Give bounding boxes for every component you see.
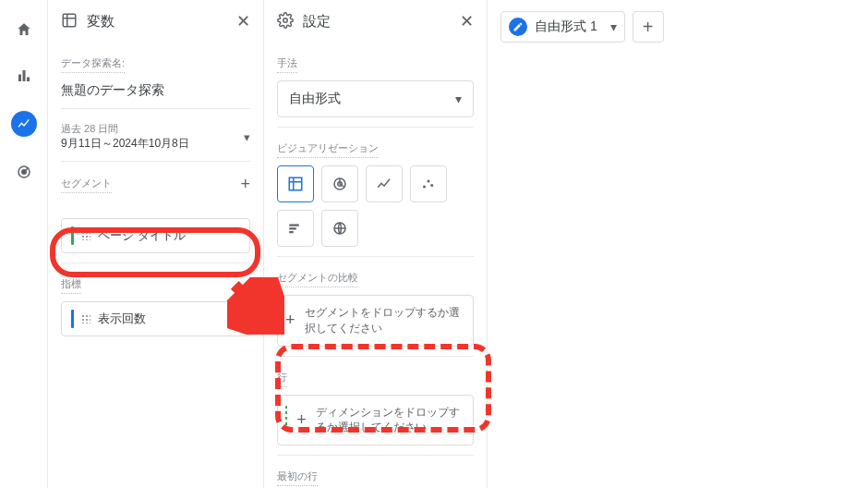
viz-line-icon[interactable] — [366, 165, 403, 202]
date-range-picker[interactable]: 過去 28 日間 9月11日～2024年10月8日 ▾ — [61, 108, 250, 161]
segment-compare-label: セグメントの比較 — [277, 271, 358, 287]
exploration-name[interactable]: 無題のデータ探索 — [61, 82, 250, 99]
drag-handle-icon — [81, 314, 90, 323]
metric-chip-views[interactable]: 表示回数 — [61, 301, 250, 336]
svg-rect-2 — [27, 78, 30, 82]
drag-handle-icon — [81, 231, 90, 240]
method-label: 手法 — [277, 56, 297, 73]
tab-label: 自由形式 1 — [535, 18, 597, 35]
plus-icon: + — [296, 409, 307, 432]
plus-icon: + — [285, 309, 295, 332]
metrics-label: 指標 — [61, 277, 81, 294]
svg-rect-5 — [63, 14, 76, 27]
svg-rect-1 — [22, 70, 25, 81]
edit-icon — [509, 18, 527, 36]
exploration-name-label: データ探索名: — [61, 56, 125, 73]
viz-bar-icon[interactable] — [277, 210, 314, 247]
segment-drop-zone[interactable]: + セグメントをドロップするか選択してください — [277, 295, 474, 347]
segment-drop-text: セグメントをドロップするか選択してください — [305, 305, 464, 336]
add-segment-button[interactable]: + — [240, 175, 250, 194]
close-icon[interactable]: ✕ — [460, 11, 474, 31]
svg-point-6 — [283, 18, 288, 22]
canvas-area: 自由形式 1 ▾ + — [488, 0, 868, 488]
visualization-label: ビジュアリゼーション — [277, 141, 379, 158]
dimension-chip-page-title[interactable]: ページ タイトル — [61, 218, 250, 253]
svg-rect-14 — [289, 227, 296, 229]
advertising-icon[interactable] — [13, 161, 35, 183]
date-range-text: 9月11日～2024年10月8日 — [61, 136, 236, 152]
viz-donut-icon[interactable] — [321, 165, 358, 202]
variables-panel: 変数 ✕ データ探索名: 無題のデータ探索 過去 28 日間 9月11日～202… — [48, 0, 264, 488]
method-select[interactable]: 自由形式 ▾ — [277, 80, 474, 117]
chevron-down-icon: ▾ — [244, 130, 250, 144]
tab-freeform-1[interactable]: 自由形式 1 ▾ — [500, 11, 625, 43]
gear-icon — [277, 12, 294, 31]
variables-title: 変数 — [87, 13, 227, 30]
home-icon[interactable] — [13, 18, 35, 41]
settings-panel: 設定 ✕ 手法 自由形式 ▾ ビジュアリゼーション — [264, 0, 488, 488]
reports-icon[interactable] — [13, 65, 35, 87]
metric-chip-label: 表示回数 — [98, 311, 146, 327]
svg-point-11 — [428, 180, 430, 183]
explore-icon[interactable] — [11, 111, 37, 137]
svg-point-12 — [430, 184, 433, 187]
method-value: 自由形式 — [289, 91, 341, 107]
add-tab-button[interactable]: + — [633, 11, 664, 43]
viz-scatter-icon[interactable] — [410, 165, 447, 202]
chevron-down-icon: ▾ — [455, 92, 462, 106]
segments-label: セグメント — [61, 177, 112, 193]
svg-rect-0 — [18, 75, 21, 82]
svg-rect-13 — [289, 225, 299, 226]
viz-table-icon[interactable] — [277, 165, 314, 202]
settings-title: 設定 — [303, 13, 451, 30]
nav-rail — [0, 0, 48, 488]
svg-point-10 — [423, 186, 426, 189]
dimension-drop-text: ディメンションをドロップするか選択してください — [316, 405, 464, 436]
svg-rect-7 — [289, 177, 302, 190]
first-row-label: 最初の行 — [277, 470, 318, 486]
viz-geo-icon[interactable] — [321, 210, 358, 247]
dimension-drop-zone[interactable]: + ディメンションをドロップするか選択してください — [277, 395, 474, 446]
dimension-chip-label: ページ タイトル — [98, 227, 186, 244]
svg-rect-15 — [289, 231, 294, 233]
close-icon[interactable]: ✕ — [236, 11, 250, 31]
date-preset-label: 過去 28 日間 — [61, 122, 236, 136]
variables-icon — [61, 12, 78, 31]
chevron-down-icon: ▾ — [610, 19, 617, 34]
rows-label: 行 — [277, 371, 287, 387]
